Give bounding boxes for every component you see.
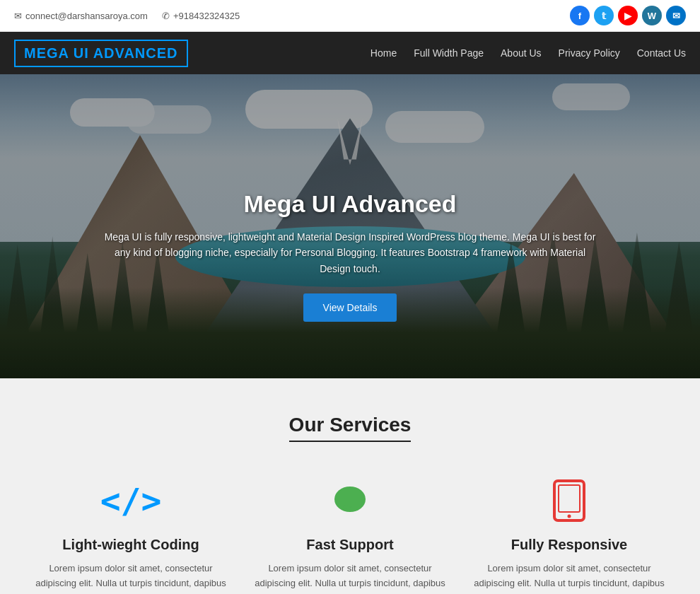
nav-about[interactable]: About Us <box>501 47 542 59</box>
responsive-service-name: Fully Responsive <box>470 537 668 553</box>
social-icons: f 𝕥 ▶ W ✉ <box>570 6 686 25</box>
nav-privacy[interactable]: Privacy Policy <box>559 47 620 59</box>
nav-full-width[interactable]: Full Width Page <box>414 47 484 59</box>
coding-service-name: Light-wieght Coding <box>32 537 230 553</box>
svg-rect-4 <box>559 485 580 512</box>
view-details-button[interactable]: View Details <box>303 293 397 322</box>
phone-info: ✆ +918432324325 <box>162 11 240 21</box>
services-section: Our Services </> Light-wieght Coding Lor… <box>0 378 700 594</box>
services-grid: </> Light-wieght Coding Lorem ipsum dolo… <box>28 476 672 594</box>
header: Mega UI Advanced Home Full Width Page Ab… <box>0 32 700 74</box>
twitter-icon[interactable]: 𝕥 <box>594 6 614 25</box>
services-title: Our Services <box>289 414 412 442</box>
facebook-icon[interactable]: f <box>570 6 590 25</box>
wordpress-icon[interactable]: W <box>642 6 662 25</box>
phone-icon: ✆ <box>162 11 170 21</box>
hero-title: Mega UI Advanced <box>28 190 672 218</box>
support-icon <box>251 476 449 525</box>
email-address: connect@darshansaroya.com <box>25 11 148 21</box>
main-nav: Home Full Width Page About Us Privacy Po… <box>371 47 686 59</box>
responsive-service-desc: Lorem ipsum dolor sit amet, consectetur … <box>470 561 668 594</box>
youtube-icon[interactable]: ▶ <box>618 6 638 25</box>
service-item-coding: </> Light-wieght Coding Lorem ipsum dolo… <box>32 476 230 594</box>
responsive-icon <box>470 476 668 525</box>
svg-point-0 <box>334 487 366 512</box>
phone-number: +918432324325 <box>173 11 240 21</box>
contact-info: ✉ connect@darshansaroya.com ✆ +918432324… <box>14 11 240 21</box>
support-service-desc: Lorem ipsum dolor sit amet, consectetur … <box>251 561 449 594</box>
hero-section: Mega UI Advanced Mega UI is fully respon… <box>0 74 700 378</box>
logo-text2: Advanced <box>93 45 178 61</box>
logo-text1: Mega UI <box>24 45 89 61</box>
service-item-support: Fast Support Lorem ipsum dolor sit amet,… <box>251 476 449 594</box>
nav-contact[interactable]: Contact Us <box>637 47 686 59</box>
hero-description: Mega UI is fully responsive, lightweight… <box>103 229 597 276</box>
support-service-name: Fast Support <box>251 537 449 553</box>
service-item-responsive: Fully Responsive Lorem ipsum dolor sit a… <box>470 476 668 594</box>
chat-bubble-icon <box>331 482 370 520</box>
email-social-icon[interactable]: ✉ <box>666 6 686 25</box>
svg-point-3 <box>568 515 571 518</box>
top-bar: ✉ connect@darshansaroya.com ✆ +918432324… <box>0 0 700 32</box>
coding-icon: </> <box>32 476 230 525</box>
hero-content: Mega UI Advanced Mega UI is fully respon… <box>0 190 700 322</box>
tablet-icon <box>552 479 587 522</box>
nav-home[interactable]: Home <box>371 47 397 59</box>
coding-service-desc: Lorem ipsum dolor sit amet, consectetur … <box>32 561 230 594</box>
services-title-wrapper: Our Services <box>28 414 672 448</box>
envelope-icon: ✉ <box>14 11 22 21</box>
logo[interactable]: Mega UI Advanced <box>14 40 188 67</box>
email-info: ✉ connect@darshansaroya.com <box>14 11 148 21</box>
